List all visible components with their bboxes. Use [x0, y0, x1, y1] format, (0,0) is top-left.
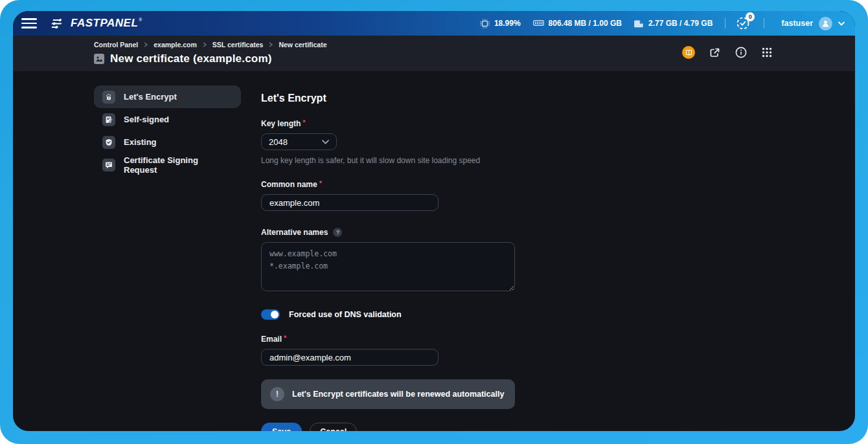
key-length-value: 2048	[269, 137, 288, 147]
form-section-title: Let's Encrypt	[261, 93, 515, 104]
app-frame: FASTPANEL ® 18.99% 806.48 MB / 1.00 GB	[0, 0, 868, 444]
common-name-label: Common name*	[261, 180, 515, 189]
key-length-hint: Long key length is safer, but it will sl…	[261, 156, 515, 165]
menu-hamburger-icon[interactable]	[18, 14, 40, 33]
topbar-divider	[725, 18, 725, 28]
breadcrumb-separator-icon	[203, 42, 207, 47]
common-name-input[interactable]	[261, 194, 439, 211]
topbar-divider-2	[764, 18, 764, 28]
sidebar-item-self-signed[interactable]: Self-signed	[94, 108, 241, 131]
sidebar-item-label: Certificate Signing Request	[124, 155, 233, 175]
docs-button[interactable]	[682, 46, 695, 59]
info-icon	[735, 47, 747, 58]
document-pencil-icon	[102, 113, 115, 126]
required-marker: *	[284, 334, 286, 342]
grid-dots-icon	[762, 47, 772, 58]
request-lines-icon	[102, 159, 115, 172]
sidebar-item-label: Self-signed	[124, 115, 169, 124]
cpu-icon	[480, 19, 490, 28]
sidebar-item-lets-encrypt[interactable]: Let's Encrypt	[94, 85, 241, 108]
page-title: New certificate (example.com)	[110, 52, 272, 65]
form-actions: Save Cancel	[261, 423, 515, 431]
email-label: Email*	[261, 335, 515, 344]
disk-icon	[634, 19, 644, 28]
dns-validation-toggle[interactable]	[261, 309, 280, 320]
cpu-usage-value: 18.99%	[494, 19, 521, 28]
disk-usage-value: 2.77 GB / 4.79 GB	[648, 19, 713, 28]
page-header: Control Panel example.com SSL certificat…	[13, 36, 855, 71]
lets-encrypt-form: Let's Encrypt Key length* 2048 Long key …	[261, 93, 515, 431]
alternative-names-textarea[interactable]	[261, 242, 515, 291]
breadcrumb-separator-icon	[269, 42, 273, 47]
sidebar-item-label: Let's Encrypt	[124, 92, 177, 102]
help-question-icon[interactable]: ?	[333, 228, 342, 237]
info-button[interactable]	[735, 47, 747, 59]
toggle-knob	[271, 311, 279, 318]
username-label: fastuser	[781, 19, 813, 28]
disk-usage-stat: 2.77 GB / 4.79 GB	[634, 19, 713, 28]
certificate-image-icon	[94, 54, 104, 64]
breadcrumb-new-certificate: New certificate	[279, 41, 326, 49]
cpu-usage-stat: 18.99%	[480, 19, 521, 28]
external-link-button[interactable]	[709, 47, 721, 59]
chevron-down-icon	[838, 21, 845, 26]
required-marker: *	[319, 179, 322, 187]
cancel-button[interactable]: Cancel	[310, 423, 357, 431]
background-tasks-button[interactable]: 0	[735, 15, 751, 32]
logo-sliders-icon	[52, 19, 66, 29]
ram-icon	[533, 19, 544, 27]
breadcrumb-control-panel[interactable]: Control Panel	[94, 41, 138, 49]
person-icon	[821, 19, 830, 28]
ram-usage-value: 806.48 MB / 1.00 GB	[549, 19, 622, 28]
save-button[interactable]: Save	[261, 423, 302, 431]
auto-renew-info-box: ! Let's Encrypt certificates will be ren…	[261, 379, 515, 409]
key-length-select[interactable]: 2048	[261, 133, 337, 150]
user-menu[interactable]: fastuser	[781, 17, 845, 30]
tasks-count-badge: 0	[746, 12, 755, 21]
alternative-names-label: Alternative names ?	[261, 228, 515, 237]
breadcrumb-ssl-certificates[interactable]: SSL certificates	[212, 41, 264, 49]
certificate-type-sidebar: Let's Encrypt Self-signed	[94, 85, 241, 431]
app-window: FASTPANEL ® 18.99% 806.48 MB / 1.00 GB	[13, 11, 855, 431]
top-navbar: FASTPANEL ® 18.99% 806.48 MB / 1.00 GB	[13, 11, 855, 36]
apps-grid-button[interactable]	[760, 47, 773, 59]
sidebar-item-csr[interactable]: Certificate Signing Request	[94, 153, 241, 176]
dns-validation-row: Forced use of DNS validation	[261, 309, 515, 320]
brand-name: FASTPANEL	[71, 17, 138, 30]
external-link-icon	[709, 47, 720, 58]
shield-check-icon	[102, 136, 115, 149]
sidebar-item-existing[interactable]: Existing	[94, 131, 241, 153]
breadcrumb-separator-icon	[144, 42, 148, 47]
auto-renew-info-text: Let's Encrypt certificates will be renew…	[292, 390, 504, 399]
email-input[interactable]	[261, 349, 439, 366]
chevron-down-icon	[322, 140, 329, 144]
breadcrumb-site[interactable]: example.com	[154, 41, 197, 49]
exclamation-icon: !	[270, 387, 284, 401]
required-marker: *	[303, 118, 305, 126]
lets-encrypt-lock-icon	[102, 91, 115, 104]
user-avatar	[819, 17, 832, 30]
brand-registered-mark: ®	[139, 17, 142, 22]
book-icon	[685, 49, 692, 56]
sidebar-item-label: Existing	[124, 137, 157, 147]
brand-logo[interactable]: FASTPANEL ®	[52, 17, 142, 30]
key-length-label: Key length*	[261, 119, 515, 128]
dns-validation-label: Forced use of DNS validation	[289, 310, 402, 319]
ram-usage-stat: 806.48 MB / 1.00 GB	[533, 19, 622, 28]
